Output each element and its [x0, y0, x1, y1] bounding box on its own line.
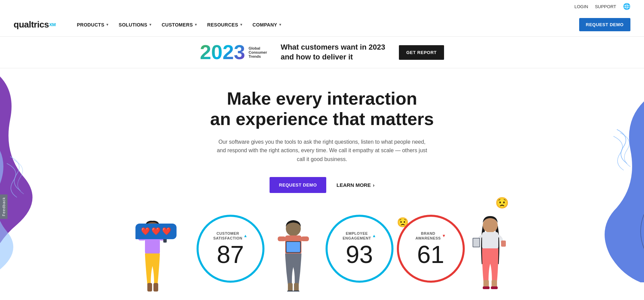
banner-logo: 2023 Global Consumer Trends	[200, 42, 267, 63]
trend-down-icon: ▼	[442, 233, 446, 238]
heart-icon-2: ❤️	[151, 227, 161, 236]
hero-cta-group: REQUEST DEMO LEARN MORE ›	[270, 177, 374, 193]
chat-bubble: ❤️ ❤️ ❤️	[135, 224, 177, 239]
chevron-down-icon: ▼	[278, 23, 282, 27]
metric-value-3: 61	[417, 242, 444, 267]
heart-icon: ❤️	[141, 227, 150, 236]
chevron-down-icon: ▼	[240, 23, 243, 27]
person-figure-2	[268, 217, 319, 292]
metric-circle-1: CUSTOMERSATISFACTION ▲ 87	[197, 215, 264, 283]
support-link[interactable]: SUPPORT	[595, 4, 616, 9]
globe-icon[interactable]: 🌐	[623, 3, 630, 10]
svg-rect-25	[491, 286, 498, 289]
banner-headline: What customers want in 2023 and how to d…	[281, 42, 385, 62]
svg-rect-12	[287, 242, 300, 252]
chevron-right-icon: ›	[373, 182, 374, 188]
metric-customer-satisfaction: CUSTOMERSATISFACTION ▲ 87	[197, 215, 264, 283]
svg-rect-13	[288, 283, 293, 292]
svg-rect-10	[301, 236, 309, 241]
svg-rect-24	[483, 286, 490, 289]
svg-rect-6	[153, 283, 158, 292]
promo-banner: 2023 Global Consumer Trends What custome…	[0, 37, 644, 68]
chevron-down-icon: ▼	[149, 23, 152, 27]
svg-rect-22	[483, 280, 489, 287]
logo[interactable]: qualtricsXM	[14, 19, 56, 30]
metric-value-1: 87	[217, 242, 244, 267]
svg-rect-20	[473, 239, 479, 247]
nav-customers[interactable]: CUSTOMERS ▼	[158, 19, 202, 30]
get-report-button[interactable]: GET REPORT	[399, 45, 444, 60]
hero-request-demo-button[interactable]: REQUEST DEMO	[270, 177, 326, 193]
feedback-tab[interactable]: Feedback	[0, 194, 7, 219]
nav-right: REQUEST DEMO	[579, 18, 630, 31]
nav-links: PRODUCTS ▼ SOLUTIONS ▼ CUSTOMERS ▼ RESOU…	[73, 19, 579, 30]
year-display: 2023	[200, 42, 245, 63]
person-figure-3	[465, 213, 516, 292]
nav-solutions[interactable]: SOLUTIONS ▼	[115, 19, 157, 30]
logo-text: qualtrics	[14, 19, 49, 30]
svg-rect-9	[278, 236, 286, 241]
trend-up-icon-2: ▲	[372, 233, 376, 238]
svg-rect-18	[482, 232, 498, 249]
svg-rect-16	[293, 290, 299, 292]
metrics-section: ❤️ ❤️ ❤️	[118, 213, 526, 293]
svg-rect-5	[147, 283, 152, 292]
hero-learn-more-link[interactable]: LEARN MORE ›	[336, 182, 374, 188]
metric-label-1: CUSTOMERSATISFACTION	[213, 231, 242, 241]
person-left-container: ❤️ ❤️ ❤️	[125, 217, 193, 293]
navbar: qualtricsXM PRODUCTS ▼ SOLUTIONS ▼ CUSTO…	[0, 13, 644, 37]
metric-circle-3: BRANDAWARENESS ▼ 61	[397, 215, 465, 283]
person-middle-container	[268, 217, 322, 293]
metric-circle-2: EMPLOYEEENGAGEMENT ▲ 93	[326, 215, 393, 283]
hero-title: Make every interaction an experience tha…	[210, 89, 434, 129]
nav-products[interactable]: PRODUCTS ▼	[73, 19, 113, 30]
heart-icon-3: ❤️	[162, 227, 171, 236]
hero-section: Feedback Make every interaction an exper…	[0, 68, 644, 293]
metric-brand-awareness: BRANDAWARENESS ▼ 61	[397, 215, 465, 283]
top-bar: LOGIN SUPPORT 🌐	[0, 0, 644, 13]
metric-label-3: BRANDAWARENESS	[416, 231, 441, 241]
metric-employee-engagement: EMPLOYEEENGAGEMENT ▲ 93	[326, 215, 393, 283]
svg-rect-14	[294, 283, 299, 292]
brand-section: 😟 😟 BRANDAWARENESS ▼ 61	[397, 213, 519, 293]
bg-blob-right	[590, 95, 644, 282]
svg-rect-23	[492, 280, 497, 287]
chevron-down-icon: ▼	[194, 23, 198, 27]
svg-rect-15	[287, 290, 293, 292]
svg-rect-21	[501, 241, 506, 247]
metric-label-2: EMPLOYEEENGAGEMENT	[343, 231, 371, 241]
sad-emoji-1: 😟	[495, 196, 509, 209]
svg-point-17	[483, 218, 498, 233]
chevron-down-icon: ▼	[106, 23, 109, 27]
trend-up-icon-1: ▲	[243, 233, 247, 238]
banner-badge: Global Consumer Trends	[249, 46, 267, 58]
hero-subtitle: Our software gives you the tools to ask …	[217, 138, 427, 164]
login-link[interactable]: LOGIN	[574, 4, 588, 9]
logo-xm: XM	[49, 22, 56, 27]
person-right-container	[465, 213, 519, 293]
metric-value-2: 93	[346, 242, 373, 267]
nav-company[interactable]: COMPANY ▼	[249, 19, 286, 30]
nav-resources[interactable]: RESOURCES ▼	[203, 19, 247, 30]
bg-blob-left	[0, 68, 65, 272]
request-demo-button[interactable]: REQUEST DEMO	[579, 18, 630, 31]
